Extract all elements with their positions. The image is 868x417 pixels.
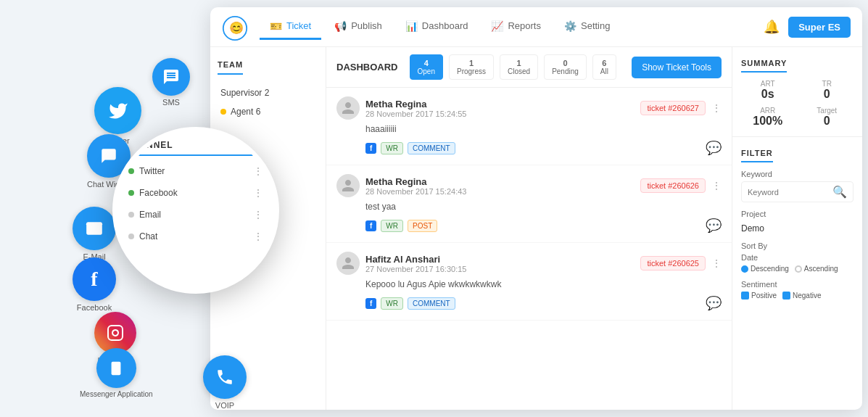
agent-status-dot (220, 109, 226, 115)
tab-ticket[interactable]: 🎫 Ticket (260, 15, 321, 40)
team-agent-6[interactable]: Agent 6 (218, 102, 318, 121)
facebook-more-icon[interactable]: ⋮ (253, 187, 263, 199)
app-window: 😊 🎫 Ticket 📢 Publish 📊 Dashboard 📈 Repor… (210, 7, 862, 410)
setting-tab-icon: ⚙️ (564, 20, 576, 32)
search-label: Keyword (741, 170, 853, 178)
facebook-channel-item[interactable]: f Facebook (73, 257, 116, 312)
project-value: Demo (741, 223, 764, 234)
team-supervisor-2[interactable]: Supervisor 2 (218, 83, 318, 102)
table-row[interactable]: Metha Regina 28 November 2017 15:24:43 t… (326, 165, 732, 243)
reply-icon: 💬 (706, 218, 722, 234)
ticket-more-icon[interactable]: ⋮ (711, 257, 722, 269)
chat-status-dot (128, 234, 134, 239)
filter-progress[interactable]: 1 Progress (449, 54, 494, 80)
show-ticket-tools-button[interactable]: Show Ticket Tools (632, 57, 722, 78)
negative-checkbox (782, 292, 790, 300)
sms-channel-item[interactable]: SMS (152, 58, 190, 107)
tab-setting[interactable]: ⚙️ Setting (554, 15, 620, 40)
ticket-username: Hafitz Al Anshari (365, 254, 466, 265)
target-label: Target (801, 107, 854, 115)
channel-popup-email[interactable]: Email ⋮ (125, 204, 266, 226)
project-label: Project (741, 210, 853, 218)
chat-more-icon[interactable]: ⋮ (253, 231, 263, 242)
dashboard-tab-label: Dashboard (422, 20, 468, 31)
search-box: 🔍 (741, 181, 853, 202)
channel-popup-chat[interactable]: Chat ⋮ (125, 226, 266, 247)
facebook-status-dot (128, 190, 134, 196)
arr-label: ARR (741, 107, 795, 115)
tab-publish[interactable]: 📢 Publish (324, 15, 392, 40)
publish-tab-icon: 📢 (334, 20, 347, 32)
supervisor-label: Supervisor 2 (220, 88, 269, 98)
search-input[interactable] (748, 188, 830, 197)
sort-ascending-option[interactable]: Ascending (795, 265, 838, 273)
avatar (336, 252, 360, 275)
email-channel-item[interactable]: E-Mail (73, 207, 116, 261)
sentiment-label: Sentiment (741, 280, 853, 289)
table-row[interactable]: Metha Regina 28 November 2017 15:24:55 t… (326, 88, 732, 165)
super-es-button[interactable]: Super ES (788, 17, 851, 38)
twitter-more-icon[interactable]: ⋮ (253, 165, 263, 177)
reports-tab-label: Reports (508, 20, 541, 31)
sort-descending-option[interactable]: Descending (741, 265, 789, 273)
arr-value: 100% (741, 115, 795, 128)
twitter-icon (94, 87, 141, 134)
setting-tab-label: Setting (581, 20, 610, 31)
sentiment-negative-option[interactable]: Negative (782, 292, 821, 300)
ticket-id-badge: ticket #260627 (640, 101, 706, 115)
tag-wr: WR (381, 297, 403, 310)
filter-search-row: Keyword 🔍 (741, 170, 853, 202)
filter-pending[interactable]: 0 Pending (544, 54, 587, 80)
channel-popup-twitter[interactable]: Twitter ⋮ (125, 160, 266, 182)
search-icon: 🔍 (832, 185, 847, 199)
reports-tab-icon: 📈 (491, 20, 503, 32)
channel-popup-chat-label: Chat (139, 231, 157, 241)
bell-icon[interactable]: 🔔 (764, 19, 780, 35)
ticket-more-icon[interactable]: ⋮ (711, 102, 722, 114)
channel-popup-facebook[interactable]: Facebook ⋮ (125, 182, 266, 204)
email-status-dot (128, 212, 134, 218)
ticket-time: 28 November 2017 15:24:55 (365, 110, 466, 118)
sort-ascending-label: Ascending (804, 265, 838, 273)
filter-sort-row: Sort By Date Descending Ascending (741, 241, 853, 273)
publish-tab-label: Publish (351, 20, 382, 31)
email-icon (73, 207, 116, 250)
ticket-tab-label: Ticket (286, 20, 311, 31)
tr-value: 0 (801, 88, 854, 101)
twitter-status-dot (128, 168, 134, 174)
filter-closed[interactable]: 1 Closed (500, 54, 538, 80)
avatar (336, 174, 360, 197)
table-row[interactable]: Hafitz Al Anshari 27 November 2017 16:30… (326, 243, 732, 321)
messenger-icon (96, 348, 136, 388)
filter-project-row: Project Demo (741, 210, 853, 234)
summary-tr: TR 0 (801, 80, 854, 101)
messenger-channel-item[interactable]: Messenger Application (80, 348, 153, 398)
ticket-message: test yaa (365, 202, 722, 212)
sort-ascending-radio (795, 265, 802, 273)
negative-label: Negative (793, 292, 821, 300)
ticket-id-badge: ticket #260626 (640, 178, 706, 193)
sms-label: SMS (162, 98, 180, 107)
sentiment-positive-option[interactable]: Positive (741, 292, 777, 300)
facebook-icon: f (73, 257, 116, 301)
sort-by-label: Sort By (741, 241, 853, 250)
tab-reports[interactable]: 📈 Reports (481, 15, 551, 40)
tag-comment: COMMENT (408, 142, 455, 154)
filter-all[interactable]: 6 All (592, 54, 616, 80)
channel-popup-header: CHANNEL ▾ (125, 140, 266, 156)
filter-sentiment-row: Sentiment Positive Negative (741, 280, 853, 300)
ticket-username: Metha Regina (365, 99, 466, 110)
sort-date-label: Date (741, 253, 853, 262)
ticket-more-icon[interactable]: ⋮ (711, 180, 722, 191)
reply-icon: 💬 (706, 295, 722, 311)
summary-section: SUMMARY ART 0s TR 0 ARR 100% T (732, 47, 862, 137)
tab-dashboard[interactable]: 📊 Dashboard (395, 15, 479, 40)
magnifier-popup: CHANNEL ▾ Twitter ⋮ Facebook ⋮ Email ⋮ (112, 127, 279, 294)
email-more-icon[interactable]: ⋮ (253, 209, 263, 220)
nav-right: 🔔 Super ES (764, 17, 851, 38)
filter-open[interactable]: 4 Open (410, 54, 443, 80)
ticket-tab-icon: 🎫 (270, 20, 282, 32)
ticket-message: haaaiiiiii (365, 124, 722, 134)
voip-channel-item[interactable]: VOIP (203, 355, 247, 410)
summary-arr: ARR 100% (741, 107, 795, 128)
